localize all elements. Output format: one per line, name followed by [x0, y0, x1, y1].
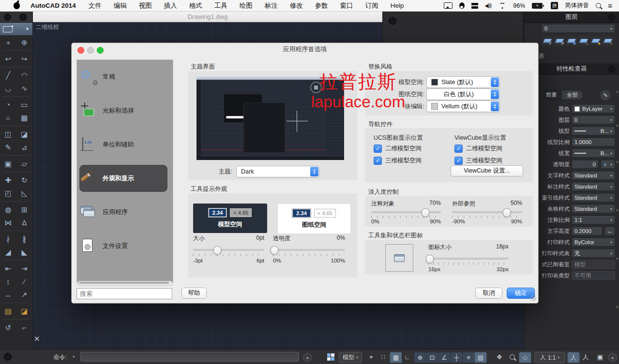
- caret-down-icon[interactable]: ▾: [73, 354, 75, 359]
- current-layer-dropdown[interactable]: 0 ▾: [542, 24, 615, 33]
- tooltip-opacity-slider[interactable]: 透明度0% 0%100%: [273, 234, 345, 263]
- status-bar-menu-button[interactable]: ▲: [608, 353, 617, 362]
- palette-close-button[interactable]: [608, 66, 615, 73]
- layer-on-icon[interactable]: ✓: [542, 36, 553, 46]
- tool-row[interactable]: ◢◣: [0, 246, 32, 259]
- tab-all[interactable]: 全部: [562, 90, 583, 100]
- measure-tool-icon[interactable]: ▤: [0, 305, 16, 318]
- object-snap-tracking-icon[interactable]: ∠: [438, 352, 451, 363]
- tool-row[interactable]: ◫◪: [0, 128, 32, 141]
- tool-row[interactable]: ▤◪: [0, 305, 32, 318]
- dim-angular-icon[interactable]: ↗: [16, 288, 33, 301]
- tool-row[interactable]: ∤∦: [0, 233, 32, 246]
- array-tool-icon[interactable]: ⊞: [16, 203, 33, 216]
- flyout-arrow[interactable]: ▸: [617, 305, 619, 309]
- grid-dots-icon[interactable]: ∷: [377, 352, 389, 362]
- layer-move-icon[interactable]: ↗: [554, 36, 565, 46]
- polar-tracking-icon[interactable]: ⊕: [414, 352, 426, 363]
- menu-item-insert[interactable]: 插入: [164, 1, 177, 10]
- slider-track[interactable]: [193, 249, 264, 251]
- rectangle-draw-icon[interactable]: ▭: [16, 98, 33, 111]
- sidebar-item-units[interactable]: 1.00 单位和辅助: [79, 134, 167, 155]
- extend-tool-icon[interactable]: ∦: [16, 233, 33, 246]
- sidebar-item-cursor-selection[interactable]: 光标和选择: [79, 100, 167, 121]
- dim-jog-icon[interactable]: ↕: [0, 275, 16, 288]
- annotation-visibility-icon[interactable]: 人: [567, 352, 580, 363]
- polyline-tool-icon[interactable]: ◡: [0, 82, 16, 95]
- annotation-autoscale-icon[interactable]: 人: [580, 352, 591, 362]
- sidebar-item-appearance[interactable]: 外观和显示: [79, 168, 167, 189]
- annotation-fade-slider[interactable]: 注释对象70% 0%90%: [371, 200, 441, 224]
- menu-item-help[interactable]: Help: [391, 2, 404, 9]
- move-tool-icon[interactable]: ✚: [0, 174, 16, 187]
- flyout-arrow[interactable]: ▸: [617, 160, 619, 164]
- dim-linear-icon[interactable]: ⇤: [0, 262, 16, 275]
- tool-row[interactable]: ○▦: [0, 111, 32, 124]
- text-height-field[interactable]: 0.2000: [572, 227, 603, 235]
- eraser-tool-icon[interactable]: ▱: [16, 157, 33, 170]
- layer-dropdown[interactable]: 0 ▾: [572, 116, 615, 124]
- input-method-icon[interactable]: 拼: [551, 2, 558, 9]
- snap-mode-icon[interactable]: ⌖: [365, 352, 377, 362]
- point-tool-icon[interactable]: ＋: [0, 36, 16, 49]
- menu-item-edit[interactable]: 编辑: [114, 1, 127, 10]
- eyedropper-button[interactable]: ✎: [600, 89, 611, 101]
- steering-wheel-icon[interactable]: ◇: [519, 352, 531, 363]
- stretch-tool-icon[interactable]: ◺: [16, 187, 33, 200]
- tool-row[interactable]: ╱◠: [0, 69, 32, 82]
- search-input[interactable]: [76, 288, 172, 299]
- input-method-label[interactable]: 简体拼音: [565, 1, 589, 10]
- menu-item-modify[interactable]: 修改: [290, 1, 303, 10]
- slider-track[interactable]: [371, 211, 441, 213]
- line-tool-icon[interactable]: ╱: [0, 69, 16, 82]
- text-height-button[interactable]: ↔: [604, 227, 615, 235]
- volume-icon[interactable]: ◀))): [485, 3, 492, 8]
- copy-object-icon[interactable]: ◍: [0, 203, 16, 216]
- transparency-bylayer-dropdown[interactable]: ≡ ▾: [601, 160, 615, 169]
- sidebar-item-application[interactable]: 应用程序: [79, 202, 167, 223]
- tag-tool-icon[interactable]: ✎: [0, 141, 16, 154]
- spotlight-icon[interactable]: [596, 3, 601, 8]
- model-space-style-dropdown[interactable]: Slate (默认) ▲▼: [426, 76, 500, 88]
- tag-edit-icon[interactable]: ⊿: [16, 141, 33, 154]
- tool-row[interactable]: ↩↪: [0, 52, 32, 65]
- app-menu[interactable]: AutoCAD 2014: [30, 2, 76, 9]
- table-style-dropdown[interactable]: Standard ▾: [572, 204, 615, 213]
- mleader-style-dropdown[interactable]: Standard ▾: [572, 193, 615, 202]
- tool-row[interactable]: ↺⌐: [0, 321, 32, 334]
- slider-track[interactable]: [273, 249, 345, 251]
- menu-item-subscription[interactable]: 订阅: [365, 1, 378, 10]
- tool-row[interactable]: ↕∕: [0, 275, 32, 288]
- plot-style-dropdown[interactable]: ByColor ▾: [572, 238, 615, 247]
- airplay-icon[interactable]: [444, 2, 453, 9]
- lineweight-dropdown[interactable]: B... ▾: [572, 149, 615, 158]
- checkbox-checked-icon[interactable]: ✓: [454, 145, 463, 153]
- theme-dropdown[interactable]: Dark ▲▼: [236, 166, 319, 177]
- attach-tool-icon[interactable]: ⊕: [16, 36, 33, 49]
- dim-aligned-icon[interactable]: ⇥: [16, 262, 33, 275]
- layer-unlock-icon[interactable]: ○: [602, 36, 613, 46]
- arc-tool-icon[interactable]: ◠: [16, 69, 33, 82]
- scale-tool-icon[interactable]: ◰: [0, 187, 16, 200]
- qq-icon[interactable]: [459, 2, 465, 9]
- chamfer-tool-icon[interactable]: ◣: [16, 246, 33, 259]
- menu-item-window[interactable]: 窗口: [340, 1, 353, 10]
- palette-action-button[interactable]: [19, 14, 27, 21]
- text-style-dropdown[interactable]: Standard ▾: [572, 171, 615, 180]
- menu-item-dimension[interactable]: 标注: [265, 1, 278, 10]
- layer-freeze-icon[interactable]: ❄: [566, 36, 577, 46]
- sidebar-scrollbar[interactable]: [77, 281, 172, 286]
- tool-row[interactable]: ⇤⇥: [0, 262, 32, 275]
- command-history-button[interactable]: ▲: [303, 353, 312, 362]
- tool-row[interactable]: ◡∿: [0, 82, 32, 95]
- object-snap-icon[interactable]: ⊡: [426, 352, 438, 363]
- dim-oblique-icon[interactable]: ∕: [16, 275, 33, 288]
- circle-tool-icon[interactable]: ◔: [0, 98, 16, 111]
- tool-group-selector[interactable]: ▼: [0, 23, 32, 36]
- undo-icon[interactable]: ↩: [0, 52, 16, 65]
- tool-row[interactable]: ◔▭: [0, 98, 32, 111]
- linetype-dropdown[interactable]: B... ▾: [572, 127, 615, 135]
- area-tool-icon[interactable]: ◪: [16, 305, 33, 318]
- help-button[interactable]: 帮助: [181, 288, 207, 299]
- model-layout-button[interactable]: 模型 ▾: [339, 352, 362, 363]
